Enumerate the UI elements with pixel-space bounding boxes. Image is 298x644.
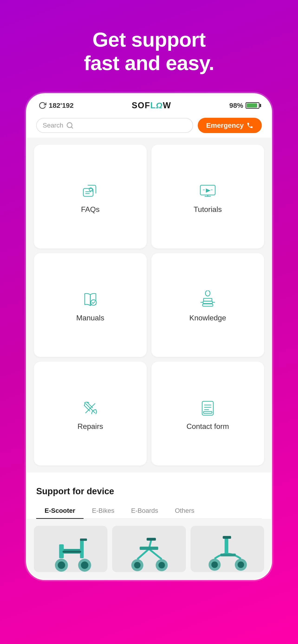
bike-thumbnail-1	[34, 526, 107, 572]
search-icon	[66, 122, 74, 129]
knowledge-card[interactable]: Knowledge	[151, 253, 264, 357]
status-bar: 182'192 SOFLΩW 98%	[27, 94, 271, 114]
svg-rect-49	[224, 537, 228, 554]
svg-rect-51	[220, 554, 235, 556]
contact-form-icon	[198, 399, 217, 418]
action-bar: Search Emergency	[27, 114, 271, 138]
manuals-label: Manuals	[76, 314, 104, 322]
svg-rect-14	[203, 304, 213, 306]
tutorials-icon	[198, 182, 217, 200]
svg-rect-15	[203, 298, 212, 301]
svg-point-39	[159, 562, 165, 568]
svg-rect-43	[147, 538, 156, 540]
hero-section: Get support fast and easy.	[84, 0, 214, 93]
tutorials-card[interactable]: Tutorials	[151, 145, 264, 248]
hero-line1: Get support	[92, 28, 206, 51]
svg-point-48	[237, 562, 244, 568]
device-tabs: E-Scooter E-Bikes E-Boards Others	[36, 503, 262, 519]
scooter-2-illustration	[112, 526, 186, 572]
svg-line-40	[137, 549, 149, 559]
svg-marker-6	[206, 188, 210, 193]
svg-point-28	[58, 562, 65, 569]
tutorials-label: Tutorials	[194, 205, 222, 214]
svg-point-46	[211, 562, 218, 568]
hero-text: Get support fast and easy.	[84, 28, 214, 75]
svg-line-21	[87, 402, 93, 408]
support-section-title: Support for device	[36, 486, 262, 496]
svg-point-37	[134, 562, 141, 568]
search-text: Search	[43, 122, 63, 129]
repairs-label: Repairs	[78, 422, 103, 431]
svg-rect-35	[63, 551, 81, 553]
repairs-icon	[81, 399, 100, 418]
svg-rect-33	[80, 540, 84, 558]
status-left: 182'192	[39, 102, 74, 110]
faqs-label: FAQs	[81, 205, 100, 214]
faq-icon	[81, 182, 100, 200]
emergency-button[interactable]: Emergency	[198, 118, 262, 133]
battery-fill	[247, 104, 257, 108]
battery-icon	[245, 102, 259, 109]
repairs-card[interactable]: Repairs	[34, 362, 147, 466]
svg-rect-34	[80, 538, 87, 541]
svg-rect-2	[83, 188, 93, 196]
status-right: 98%	[229, 102, 259, 110]
support-for-device-section: Support for device E-Scooter E-Bikes E-B…	[27, 477, 271, 519]
faqs-card[interactable]: FAQs	[34, 145, 147, 248]
svg-line-20	[84, 406, 90, 411]
bikes-display-area	[27, 519, 271, 579]
contact-form-card[interactable]: Contact form	[151, 362, 264, 466]
scooter-1-illustration	[34, 526, 107, 572]
scooter-3-illustration	[191, 526, 264, 572]
bike-thumbnail-3	[191, 526, 264, 572]
svg-line-41	[149, 549, 162, 559]
tab-others[interactable]: Others	[166, 503, 203, 519]
search-box[interactable]: Search	[36, 118, 193, 133]
knowledge-icon	[198, 290, 217, 309]
manuals-card[interactable]: Manuals	[34, 253, 147, 357]
phone-frame: 182'192 SOFLΩW 98% Search Emergency	[26, 93, 272, 580]
battery-percent: 98%	[229, 102, 243, 110]
app-logo: SOFLΩW	[132, 100, 171, 110]
svg-rect-50	[223, 536, 231, 539]
svg-rect-44	[140, 547, 158, 550]
svg-line-1	[71, 127, 73, 128]
bike-thumbnail-2	[112, 526, 186, 572]
support-grid: FAQs Tutorials Manuals	[27, 138, 271, 472]
emergency-label: Emergency	[206, 122, 244, 129]
manuals-icon	[81, 290, 100, 309]
trip-number: 182'192	[49, 102, 74, 110]
tab-ebikes[interactable]: E-Bikes	[84, 503, 123, 519]
tab-eboards[interactable]: E-Boards	[123, 503, 167, 519]
tab-escooter[interactable]: E-Scooter	[36, 503, 84, 519]
svg-rect-26	[203, 412, 212, 413]
refresh-icon	[39, 102, 47, 110]
hero-line2: fast and easy.	[84, 52, 214, 74]
knowledge-label: Knowledge	[189, 314, 226, 322]
svg-point-30	[81, 562, 88, 569]
phone-icon	[246, 122, 253, 129]
contact-form-label: Contact form	[186, 422, 229, 431]
svg-point-12	[205, 290, 210, 296]
